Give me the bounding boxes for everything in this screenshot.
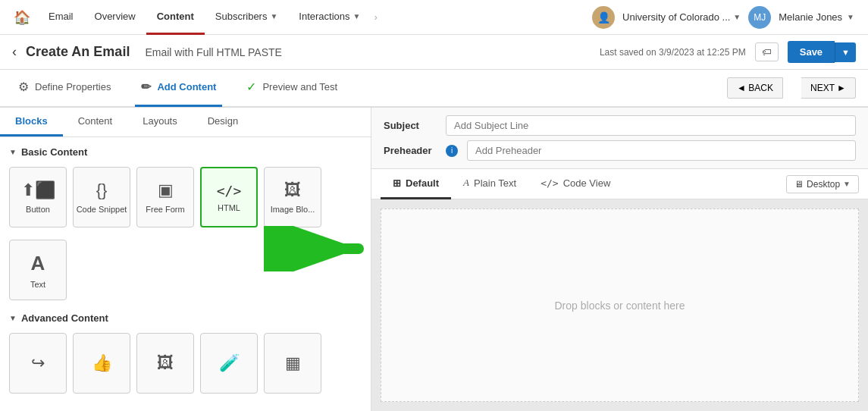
subscribers-dropdown-arrow: ▼ — [270, 12, 277, 20]
block-button[interactable]: ⬆⬛ Button — [9, 167, 67, 227]
check-icon: ✓ — [246, 80, 256, 94]
user-menu[interactable]: Melanie Jones ▼ — [771, 11, 862, 23]
advanced-block-5-icon: ▦ — [285, 353, 301, 373]
preheader-label: Preheader — [384, 145, 437, 156]
tab-interactions[interactable]: Interactions ▼ — [288, 0, 371, 35]
block-free-form[interactable]: ▣ Free Form — [136, 167, 194, 227]
view-tab-default[interactable]: ⊞ Default — [381, 169, 451, 199]
subject-row: Subject — [384, 115, 856, 136]
preheader-row: Preheader i — [384, 140, 856, 161]
pencil-icon: ✏ — [141, 80, 151, 94]
step-define-properties[interactable]: ⚙ Define Properties — [12, 69, 117, 107]
drop-zone[interactable]: Drop blocks or content here — [381, 209, 859, 402]
view-tab-plain-text[interactable]: A Plain Text — [451, 169, 528, 199]
free-form-icon: ▣ — [158, 180, 174, 200]
button-block-icon: ⬆⬛ — [21, 180, 55, 200]
left-tab-bar: Blocks Content Layouts Design — [0, 108, 371, 137]
subheader: ‹ Create An Email Email with Full HTML P… — [0, 35, 868, 70]
code-view-tab-icon: </> — [541, 177, 558, 189]
advanced-block-3-icon: 🖼 — [157, 353, 174, 373]
block-html[interactable]: </> HTML — [200, 167, 258, 227]
preheader-input[interactable] — [467, 140, 856, 161]
main-layout: Blocks Content Layouts Design ▼ Basic Co… — [0, 108, 868, 411]
tab-blocks[interactable]: Blocks — [0, 108, 63, 136]
page-title: Create An Email — [26, 44, 130, 60]
plain-text-tab-icon: A — [463, 177, 469, 189]
subject-input[interactable] — [446, 115, 856, 136]
email-name: Email with Full HTML PASTE — [145, 46, 281, 58]
user-dropdown-arrow: ▼ — [847, 13, 854, 21]
preheader-info-icon[interactable]: i — [446, 145, 458, 157]
step-add-content[interactable]: ✏ Add Content — [135, 69, 222, 107]
right-panel: Subject Preheader i ⊞ Default A Plain Te… — [371, 108, 868, 411]
left-panel: Blocks Content Layouts Design ▼ Basic Co… — [0, 108, 371, 411]
block-advanced-5[interactable]: ▦ — [264, 333, 321, 394]
advanced-content-collapse-arrow: ▼ — [9, 314, 17, 322]
block-advanced-3[interactable]: 🖼 — [136, 333, 194, 394]
default-tab-icon: ⊞ — [393, 177, 401, 189]
desktop-dropdown-arrow: ▼ — [843, 180, 851, 188]
text-block-icon: A — [31, 252, 45, 275]
html-icon: </> — [217, 183, 242, 199]
tab-email[interactable]: Email — [38, 0, 84, 35]
block-image[interactable]: 🖼 Image Blo... — [264, 167, 321, 227]
next-nav-button[interactable]: NEXT ► — [801, 77, 856, 99]
image-block-icon: 🖼 — [284, 180, 301, 200]
advanced-block-4-icon: 🧪 — [219, 353, 240, 373]
back-button[interactable]: ‹ — [12, 44, 17, 60]
step-preview-test[interactable]: ✓ Preview and Test — [240, 69, 343, 107]
tab-layouts[interactable]: Layouts — [127, 108, 193, 136]
block-advanced-2[interactable]: 👍 — [73, 333, 130, 394]
view-tab-bar: ⊞ Default A Plain Text </> Code View 🖥 D… — [371, 169, 868, 199]
back-nav-button[interactable]: ◄ BACK — [727, 77, 783, 99]
blocks-content: ▼ Basic Content ⬆⬛ Button {} Code Snippe… — [0, 137, 371, 411]
save-button-group: Save ▼ — [788, 41, 856, 63]
advanced-block-2-icon: 👍 — [92, 353, 112, 373]
home-icon[interactable]: 🏠 — [6, 9, 38, 26]
block-advanced-1[interactable]: ↪ — [9, 333, 67, 394]
org-selector[interactable]: University of Colorado ... ▼ — [615, 11, 748, 23]
advanced-blocks-grid: ↪ 👍 🖼 🧪 ▦ — [9, 333, 362, 394]
save-button[interactable]: Save — [788, 41, 835, 63]
desktop-icon: 🖥 — [794, 179, 804, 190]
advanced-content-section-header[interactable]: ▼ Advanced Content — [9, 312, 362, 324]
tag-button[interactable]: 🏷 — [755, 42, 779, 61]
tab-content-panel[interactable]: Content — [63, 108, 128, 136]
basic-content-collapse-arrow: ▼ — [9, 148, 17, 156]
basic-blocks-grid: ⬆⬛ Button {} Code Snippet ▣ Free Form </… — [9, 167, 362, 227]
org-dropdown-arrow: ▼ — [733, 13, 741, 21]
tab-design[interactable]: Design — [193, 108, 253, 136]
block-code-snippet[interactable]: {} Code Snippet — [73, 167, 130, 227]
block-advanced-4[interactable]: 🧪 — [200, 333, 258, 394]
nav-separator: › — [371, 11, 380, 23]
advanced-block-1-icon: ↪ — [31, 353, 45, 373]
block-text[interactable]: A Text — [9, 240, 67, 300]
desktop-view-button[interactable]: 🖥 Desktop ▼ — [786, 175, 859, 193]
code-snippet-icon: {} — [96, 180, 108, 200]
interactions-dropdown-arrow: ▼ — [353, 12, 361, 20]
top-nav-bar: 🏠 Email Overview Content Subscribers ▼ I… — [0, 0, 868, 35]
tab-overview[interactable]: Overview — [84, 0, 146, 35]
email-meta-section: Subject Preheader i — [371, 108, 868, 169]
subject-label: Subject — [384, 120, 437, 131]
last-saved-text: Last saved on 3/9/2023 at 12:25 PM — [600, 47, 746, 58]
org-avatar: 👤 — [592, 6, 615, 29]
basic-content-section-header[interactable]: ▼ Basic Content — [9, 146, 362, 158]
tab-subscribers[interactable]: Subscribers ▼ — [205, 0, 289, 35]
gear-icon: ⚙ — [18, 80, 29, 94]
save-dropdown-button[interactable]: ▼ — [835, 42, 856, 62]
tab-content[interactable]: Content — [146, 0, 205, 35]
text-blocks-grid: A Text — [9, 240, 362, 300]
user-avatar: MJ — [748, 6, 771, 29]
view-tab-code-view[interactable]: </> Code View — [528, 169, 622, 199]
step-bar: ⚙ Define Properties ✏ Add Content ✓ Prev… — [0, 70, 868, 108]
